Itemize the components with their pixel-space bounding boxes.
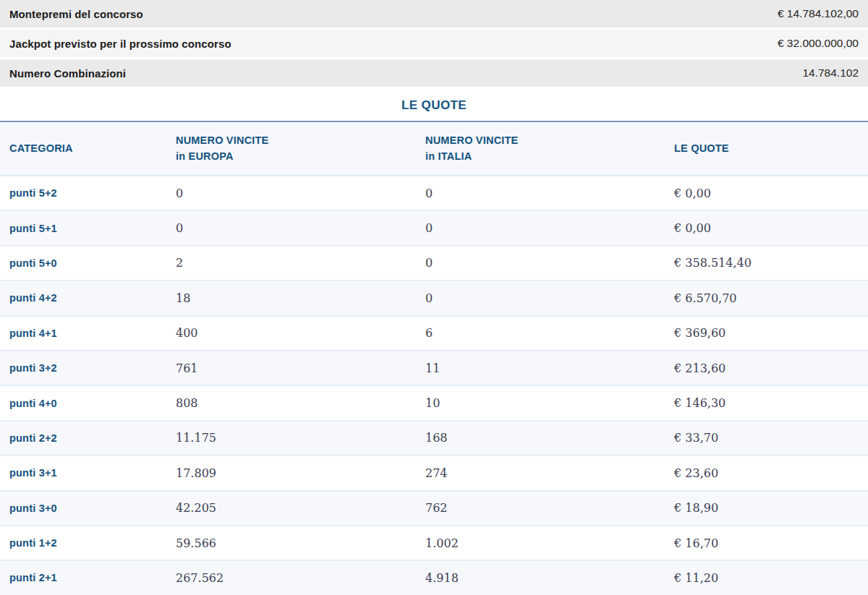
quota-cell: € 18,90 bbox=[674, 491, 868, 526]
quote-table: CATEGORIA NUMERO VINCITE in EUROPA NUMER… bbox=[0, 122, 868, 595]
categoria-cell: punti 5+1 bbox=[0, 210, 176, 245]
header-categoria: CATEGORIA bbox=[0, 122, 176, 176]
table-row: punti 5+2 0 0 € 0,00 bbox=[0, 176, 868, 210]
vincite-europa-cell: 808 bbox=[176, 385, 425, 420]
vincite-europa-cell: 2 bbox=[176, 246, 425, 281]
categoria-cell: punti 4+1 bbox=[0, 316, 176, 351]
table-row: punti 4+0 808 10 € 146,30 bbox=[0, 385, 868, 420]
vincite-italia-cell: 0 bbox=[425, 210, 674, 245]
categoria-cell: punti 4+2 bbox=[0, 281, 176, 315]
vincite-italia-cell: 6 bbox=[425, 316, 674, 351]
table-row: punti 1+2 59.566 1.002 € 16,70 bbox=[0, 526, 868, 560]
jackpot-value: € 32.000.000,00 bbox=[778, 37, 859, 50]
vincite-europa-cell: 59.566 bbox=[176, 526, 425, 560]
vincite-europa-cell: 11.175 bbox=[176, 421, 425, 455]
page-title: LE QUOTE bbox=[401, 98, 467, 112]
vincite-italia-cell: 0 bbox=[425, 246, 674, 281]
vincite-italia-cell: 10 bbox=[425, 385, 674, 420]
table-row: punti 3+2 761 11 € 213,60 bbox=[0, 351, 868, 385]
categoria-cell: punti 4+0 bbox=[0, 385, 176, 420]
header-le-quote: LE QUOTE bbox=[674, 122, 868, 176]
vincite-europa-cell: 0 bbox=[176, 210, 425, 245]
combinazioni-label: Numero Combinazioni bbox=[9, 67, 126, 80]
header-vincite-italia: NUMERO VINCITE in ITALIA bbox=[425, 122, 674, 176]
categoria-cell: punti 5+0 bbox=[0, 246, 176, 281]
categoria-cell: punti 1+2 bbox=[0, 526, 176, 560]
quota-cell: € 6.570,70 bbox=[674, 281, 868, 315]
combinazioni-row: Numero Combinazioni 14.784.102 bbox=[0, 59, 868, 87]
jackpot-label: Jackpot previsto per il prossimo concors… bbox=[9, 38, 231, 50]
table-row: punti 3+1 17.809 274 € 23,60 bbox=[0, 455, 868, 490]
header-vincite-europa: NUMERO VINCITE in EUROPA bbox=[176, 122, 425, 176]
table-row: punti 3+0 42.205 762 € 18,90 bbox=[0, 491, 868, 526]
quota-cell: € 11,20 bbox=[674, 560, 868, 595]
table-row: punti 5+1 0 0 € 0,00 bbox=[0, 210, 868, 245]
quota-cell: € 358.514,40 bbox=[674, 246, 868, 281]
vincite-europa-cell: 267.562 bbox=[176, 560, 425, 595]
vincite-europa-cell: 42.205 bbox=[176, 491, 425, 526]
vincite-italia-cell: 4.918 bbox=[425, 560, 674, 595]
montepremi-label: Montepremi del concorso bbox=[9, 8, 143, 20]
vincite-italia-cell: 0 bbox=[425, 176, 674, 210]
vincite-europa-cell: 761 bbox=[176, 351, 425, 385]
categoria-cell: punti 2+2 bbox=[0, 421, 176, 455]
quota-cell: € 0,00 bbox=[674, 176, 868, 210]
table-row: punti 2+1 267.562 4.918 € 11,20 bbox=[0, 560, 868, 595]
table-row: punti 5+0 2 0 € 358.514,40 bbox=[0, 246, 868, 281]
quota-cell: € 369,60 bbox=[674, 316, 868, 351]
vincite-europa-cell: 0 bbox=[176, 176, 425, 210]
categoria-cell: punti 3+2 bbox=[0, 351, 176, 385]
montepremi-value: € 14.784.102,00 bbox=[778, 7, 859, 20]
vincite-italia-cell: 1.002 bbox=[425, 526, 674, 560]
categoria-cell: punti 5+2 bbox=[0, 176, 176, 210]
table-row: punti 2+2 11.175 168 € 33,70 bbox=[0, 421, 868, 455]
vincite-europa-cell: 17.809 bbox=[176, 455, 425, 490]
quota-cell: € 0,00 bbox=[674, 210, 868, 245]
combinazioni-value: 14.784.102 bbox=[802, 67, 859, 80]
vincite-italia-cell: 0 bbox=[425, 281, 674, 315]
le-quote-section-header: LE QUOTE bbox=[0, 89, 868, 122]
vincite-italia-cell: 274 bbox=[425, 455, 674, 490]
vincite-italia-cell: 762 bbox=[425, 491, 674, 526]
quota-cell: € 33,70 bbox=[674, 421, 868, 455]
quota-cell: € 213,60 bbox=[674, 351, 868, 385]
vincite-europa-cell: 400 bbox=[176, 316, 425, 351]
categoria-cell: punti 2+1 bbox=[0, 560, 176, 595]
quota-cell: € 146,30 bbox=[674, 385, 868, 420]
vincite-italia-cell: 11 bbox=[425, 351, 674, 385]
jackpot-row: Jackpot previsto per il prossimo concors… bbox=[0, 30, 868, 57]
table-row: punti 4+1 400 6 € 369,60 bbox=[0, 316, 868, 351]
draw-summary: Montepremi del concorso € 14.784.102,00 … bbox=[0, 0, 868, 87]
quota-cell: € 23,60 bbox=[674, 455, 868, 490]
quota-cell: € 16,70 bbox=[674, 526, 868, 560]
table-header-row: CATEGORIA NUMERO VINCITE in EUROPA NUMER… bbox=[0, 122, 868, 176]
vincite-europa-cell: 18 bbox=[176, 281, 425, 315]
categoria-cell: punti 3+0 bbox=[0, 491, 176, 526]
table-row: punti 4+2 18 0 € 6.570,70 bbox=[0, 281, 868, 315]
montepremi-row: Montepremi del concorso € 14.784.102,00 bbox=[0, 0, 868, 27]
categoria-cell: punti 3+1 bbox=[0, 455, 176, 490]
vincite-italia-cell: 168 bbox=[425, 421, 674, 455]
